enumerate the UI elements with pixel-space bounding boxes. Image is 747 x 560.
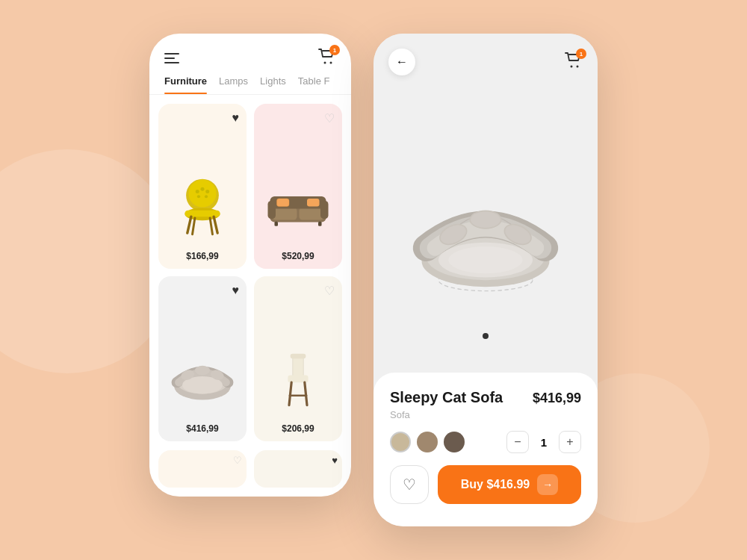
svg-point-0	[324, 62, 326, 64]
buy-button-label: Buy $416.99	[461, 478, 530, 491]
svg-rect-35	[288, 376, 308, 383]
svg-line-37	[305, 382, 307, 405]
svg-point-30	[195, 366, 210, 376]
product-category: Sofa	[390, 409, 581, 420]
color-swatch-dark[interactable]	[444, 432, 465, 452]
heart-outline-icon-5: ♡	[233, 455, 242, 466]
product-info-panel: Sleepy Cat Sofa $416,99 Sofa − 1 + ♡	[374, 373, 598, 526]
svg-line-13	[193, 218, 195, 234]
wishlist-button-2[interactable]: ♡	[324, 111, 335, 125]
wishlist-button-6[interactable]: ♥	[332, 455, 338, 466]
svg-line-11	[187, 217, 191, 233]
product-image-1	[166, 170, 239, 245]
product-price-2: $520,99	[282, 251, 314, 261]
left-header: 1	[149, 34, 351, 75]
quantity-control: − 1 +	[506, 431, 581, 453]
wishlist-button-1[interactable]: ♥	[232, 111, 240, 125]
heart-filled-icon: ♥	[232, 111, 240, 124]
svg-rect-16	[273, 208, 297, 220]
svg-point-5	[200, 187, 204, 191]
product-card-4[interactable]: ♡	[254, 276, 342, 441]
product-price-3: $416,99	[186, 423, 218, 434]
quantity-increase-button[interactable]: +	[559, 431, 581, 453]
quantity-value: 1	[536, 436, 551, 449]
product-price-4: $206,99	[282, 423, 314, 434]
svg-point-6	[205, 190, 209, 193]
product-price-1: $166,99	[186, 251, 218, 261]
heart-icon: ♡	[403, 476, 416, 494]
product-card-2[interactable]: ♡	[254, 104, 342, 269]
svg-point-3	[188, 180, 216, 208]
right-header: ← 1	[374, 34, 598, 83]
svg-rect-25	[318, 222, 322, 226]
svg-point-8	[205, 195, 208, 198]
heart-outline-icon-4: ♡	[324, 284, 335, 297]
nav-tabs: Furniture Lamps Lights Table F	[149, 75, 351, 95]
product-card-3[interactable]: ♥	[158, 276, 247, 441]
color-swatch-tan[interactable]	[417, 432, 438, 452]
color-swatches	[390, 432, 465, 452]
product-card-5-partial: ♡	[158, 450, 247, 488]
tab-furniture[interactable]: Furniture	[164, 75, 207, 94]
phone-listing: 1 Furniture Lamps Lights Table F ♥	[149, 34, 351, 497]
svg-line-36	[289, 382, 291, 405]
quantity-decrease-button[interactable]: −	[506, 431, 529, 453]
product-card-6-partial: ♥	[254, 450, 342, 488]
svg-rect-20	[320, 201, 329, 219]
svg-point-39	[571, 66, 573, 68]
svg-rect-34	[291, 354, 306, 358]
arrow-right-icon: →	[537, 474, 558, 495]
svg-line-14	[210, 218, 212, 234]
wishlist-action-button[interactable]: ♡	[390, 465, 429, 504]
product-card-1[interactable]: ♥	[158, 104, 247, 269]
wishlist-button-5[interactable]: ♡	[233, 455, 242, 466]
cart-badge: 1	[329, 45, 340, 55]
cart-badge-right: 1	[576, 49, 586, 59]
cart-button-right[interactable]: 1	[565, 52, 583, 72]
heart-outline-icon: ♡	[324, 112, 335, 125]
product-price-large: $416,99	[533, 391, 581, 406]
product-name-price-row: Sleepy Cat Sofa $416,99	[390, 389, 581, 406]
product-detail-image	[374, 83, 598, 373]
heart-filled-icon-3: ♥	[232, 284, 240, 296]
back-button[interactable]: ←	[388, 49, 415, 75]
heart-filled-icon-6: ♥	[332, 455, 338, 466]
cart-button[interactable]: 1	[318, 49, 336, 68]
tab-lamps[interactable]: Lamps	[219, 75, 248, 94]
svg-rect-17	[300, 208, 324, 220]
svg-point-1	[330, 62, 332, 64]
tab-lights[interactable]: Lights	[260, 75, 286, 94]
product-image-4	[261, 343, 335, 417]
svg-rect-21	[277, 199, 290, 207]
phones-container: 1 Furniture Lamps Lights Table F ♥	[149, 34, 598, 526]
menu-button[interactable]	[164, 53, 179, 63]
svg-rect-24	[275, 222, 279, 226]
svg-rect-10	[185, 211, 220, 217]
product-image-2	[261, 170, 335, 245]
wishlist-button-4[interactable]: ♡	[324, 284, 335, 298]
svg-point-40	[577, 66, 579, 68]
product-image-3	[166, 343, 239, 417]
wishlist-button-3[interactable]: ♥	[232, 284, 240, 297]
product-options: − 1 +	[390, 431, 581, 453]
svg-line-12	[214, 217, 217, 233]
products-grid: ♥	[149, 95, 351, 450]
image-dot-indicator[interactable]	[483, 333, 489, 339]
color-swatch-beige[interactable]	[390, 432, 411, 452]
action-row: ♡ Buy $416.99 →	[390, 465, 581, 504]
svg-rect-19	[268, 201, 276, 219]
phone-detail: ← 1	[374, 34, 598, 526]
svg-point-4	[196, 190, 199, 193]
svg-rect-23	[307, 199, 320, 207]
svg-point-7	[197, 195, 200, 198]
svg-point-51	[449, 246, 523, 273]
buy-button[interactable]: Buy $416.99 →	[438, 465, 581, 504]
product-name: Sleepy Cat Sofa	[390, 389, 503, 406]
svg-point-48	[471, 211, 500, 228]
tab-table[interactable]: Table F	[298, 75, 330, 94]
